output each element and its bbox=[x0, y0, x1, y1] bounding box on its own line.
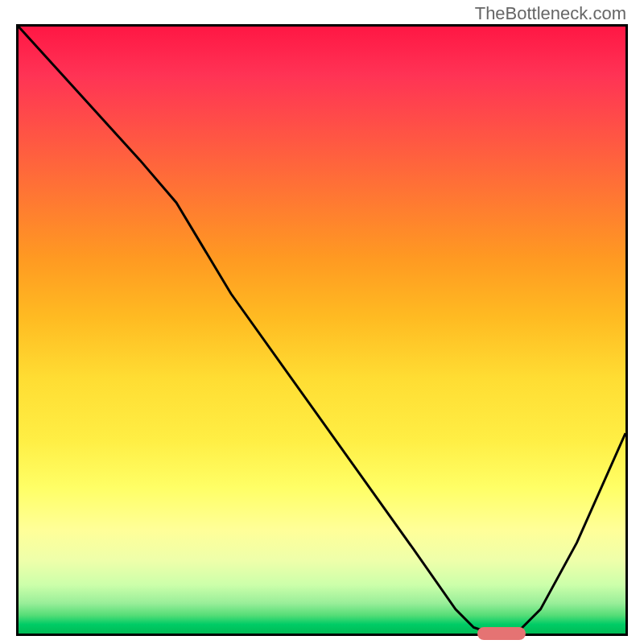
chart-plot-area bbox=[16, 24, 628, 636]
optimal-range-marker bbox=[477, 627, 526, 640]
bottleneck-curve bbox=[19, 27, 625, 634]
watermark-text: TheBottleneck.com bbox=[475, 3, 626, 24]
